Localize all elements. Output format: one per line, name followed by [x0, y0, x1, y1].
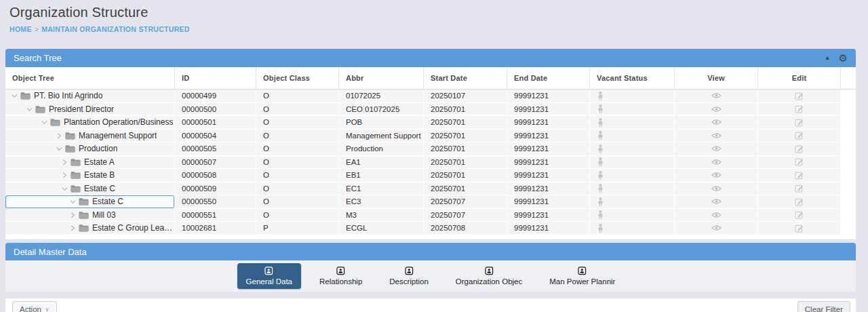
search-tree-header-bar: Search Tree ▲ ⚙ — [5, 49, 856, 67]
action-dropdown-button[interactable]: Action ∨ — [12, 301, 57, 312]
vacant-status-person-icon — [597, 104, 604, 113]
cell-start-date: 20250701 — [424, 169, 507, 182]
cell-end-date: 99991231 — [507, 156, 590, 170]
chevron-down-icon[interactable] — [41, 119, 50, 125]
cell-object-class: O — [256, 116, 339, 130]
tab-man-power-planning[interactable]: Man Power Plannir — [540, 263, 624, 289]
chevron-down-icon[interactable] — [61, 185, 70, 192]
table-row[interactable]: Production 00000505 O Production 2025070… — [5, 142, 856, 156]
vacant-status-person-icon — [597, 224, 604, 233]
tree-node-label[interactable]: Estate B — [84, 170, 115, 180]
view-eye-icon[interactable] — [711, 212, 722, 218]
table-row-selected[interactable]: Estate C 00000550 O EC3 20250707 9999123… — [5, 195, 856, 209]
cell-object-class: O — [256, 209, 339, 222]
view-eye-icon[interactable] — [711, 119, 722, 125]
edit-pencil-icon[interactable] — [795, 104, 804, 113]
view-eye-icon[interactable] — [711, 92, 722, 99]
edit-pencil-icon[interactable] — [795, 118, 804, 127]
edit-pencil-icon[interactable] — [795, 184, 804, 193]
tree-node-label[interactable]: Estate A — [84, 157, 115, 167]
edit-pencil-icon[interactable] — [795, 224, 804, 233]
chevron-down-icon[interactable] — [11, 92, 20, 99]
cell-id: 00000550 — [175, 195, 256, 209]
cell-end-date: 99991231 — [507, 103, 590, 117]
view-eye-icon[interactable] — [711, 145, 722, 152]
tab-label: General Data — [246, 277, 292, 286]
tree-node-label[interactable]: Plantation Operation/Business — [64, 117, 173, 127]
cell-start-date: 20250701 — [424, 130, 507, 143]
tree-node-label[interactable]: Estate C Group Leader — [92, 223, 174, 233]
tab-relationship[interactable]: Relationship — [311, 263, 371, 289]
table-row[interactable]: Estate A 00000507 O EA1 20250701 9999123… — [5, 156, 856, 170]
chevron-right-icon[interactable] — [61, 159, 70, 165]
edit-pencil-icon[interactable] — [795, 144, 804, 153]
chevron-right-icon[interactable] — [61, 172, 70, 178]
table-row[interactable]: PT. Bio Inti Agrindo 00000499 O 01072025… — [5, 90, 856, 103]
cell-id: 00000499 — [175, 90, 256, 103]
chevron-right-icon[interactable] — [56, 132, 64, 139]
table-row[interactable]: Plantation Operation/Business 00000501 O… — [5, 116, 856, 130]
folder-icon — [20, 92, 31, 100]
organization-object-badge-icon — [485, 267, 494, 275]
edit-pencil-icon[interactable] — [795, 210, 804, 219]
edit-pencil-icon[interactable] — [795, 92, 804, 100]
chevron-right-icon[interactable] — [69, 225, 78, 231]
tree-node-label[interactable]: PT. Bio Inti Agrindo — [34, 91, 102, 100]
cell-object-class: O — [256, 90, 339, 103]
edit-pencil-icon[interactable] — [795, 171, 804, 180]
table-row[interactable]: Mill 03 00000551 O M3 20250707 99991231 — [5, 209, 856, 222]
view-eye-icon[interactable] — [711, 172, 722, 178]
table-row[interactable]: Estate C Group Leader 10002681 P ECGL 20… — [5, 222, 856, 235]
cell-abbr: ECGL — [339, 222, 424, 235]
cell-end-date: 99991231 — [507, 209, 590, 222]
edit-pencil-icon[interactable] — [795, 131, 804, 140]
cell-start-date: 20250701 — [424, 103, 507, 117]
tab-organization-object[interactable]: Organization Objec — [447, 263, 531, 289]
cell-end-date: 99991231 — [507, 116, 590, 130]
detail-master-data-panel: Detail Master Data General Data Relation… — [5, 243, 856, 292]
settings-gear-icon[interactable]: ⚙ — [839, 53, 848, 63]
view-eye-icon[interactable] — [711, 185, 722, 192]
view-eye-icon[interactable] — [711, 106, 722, 113]
edit-pencil-icon[interactable] — [795, 197, 804, 206]
chevron-down-icon[interactable] — [26, 106, 35, 113]
clear-filter-button[interactable]: Clear Filter — [797, 301, 850, 312]
breadcrumb-separator: > — [35, 25, 39, 33]
edit-pencil-icon[interactable] — [795, 157, 804, 166]
table-row[interactable]: Estate B 00000508 O EB1 20250701 9999123… — [5, 169, 856, 182]
cell-start-date: 20250707 — [424, 209, 507, 222]
table-row[interactable]: President Director 00000500 O CEO 010720… — [5, 103, 856, 117]
tab-description[interactable]: Description — [380, 263, 437, 289]
breadcrumb-home-link[interactable]: HOME — [9, 25, 32, 33]
detail-panel-title: Detail Master Data — [14, 247, 848, 257]
folder-icon — [71, 184, 81, 193]
chevron-down-icon[interactable] — [56, 145, 64, 152]
tree-node-label[interactable]: Management Support — [79, 131, 157, 140]
view-eye-icon[interactable] — [711, 159, 722, 165]
view-eye-icon[interactable] — [711, 198, 722, 205]
cell-object-class: O — [256, 169, 339, 182]
tree-node-label[interactable]: Estate C — [92, 197, 123, 206]
clear-filter-button-label: Clear Filter — [805, 305, 843, 312]
chevron-down-icon[interactable] — [69, 198, 78, 205]
collapse-panel-icon[interactable]: ▲ — [825, 55, 831, 61]
vacant-status-person-icon — [597, 157, 604, 166]
tree-node-label[interactable]: Production — [79, 144, 117, 153]
view-eye-icon[interactable] — [711, 225, 722, 231]
cell-object-class: O — [256, 142, 339, 156]
tree-node-label[interactable]: Mill 03 — [92, 210, 116, 220]
cell-abbr: EA1 — [339, 156, 424, 170]
tree-node-label[interactable]: Estate C — [84, 184, 115, 193]
cell-abbr: EC3 — [339, 195, 424, 209]
column-header-object-class: Object Class — [256, 67, 339, 89]
table-row[interactable]: Estate C 00000509 O EC1 20250701 9999123… — [5, 182, 856, 196]
chevron-right-icon[interactable] — [69, 212, 78, 218]
table-row[interactable]: Management Support 00000504 O Management… — [5, 130, 856, 143]
cell-object-class: O — [256, 182, 339, 196]
tree-node-label[interactable]: President Director — [49, 104, 114, 114]
view-eye-icon[interactable] — [711, 132, 722, 139]
column-header-end-date: End Date — [507, 67, 590, 89]
tab-general-data[interactable]: General Data — [237, 263, 301, 289]
cell-end-date: 99991231 — [507, 142, 590, 156]
tab-label: Man Power Plannir — [549, 277, 615, 286]
